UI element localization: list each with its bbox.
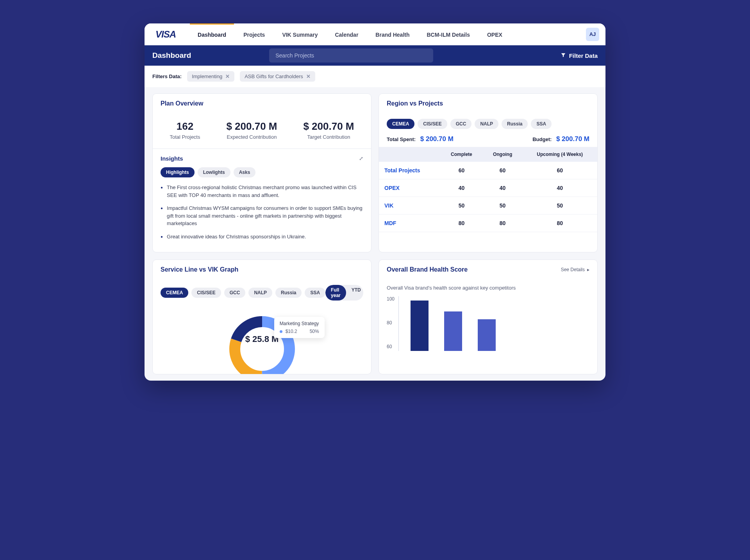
- subheader: Dashboard Search Projects Filter Data: [145, 45, 605, 66]
- stat-label: Target Contribution: [303, 134, 354, 140]
- region-tab-ssa[interactable]: SSA: [531, 119, 552, 129]
- expand-icon[interactable]: ⤢: [359, 156, 363, 161]
- col-blank: [379, 147, 440, 162]
- service-tab-ssa[interactable]: SSA: [305, 288, 325, 298]
- region-card: Region vs Projects CEMEA CIS/SEE GCC NAL…: [379, 93, 598, 252]
- stat-value: $ 200.70 M: [226, 120, 277, 132]
- dot-icon: [280, 330, 282, 333]
- nav-tab-dashboard[interactable]: Dashboard: [190, 23, 234, 45]
- service-tab-cemea[interactable]: CEMEA: [161, 288, 188, 298]
- nav-tab-projects[interactable]: Projects: [236, 23, 273, 45]
- close-icon[interactable]: ✕: [306, 73, 311, 79]
- user-avatar[interactable]: AJ: [586, 28, 599, 41]
- table-row: OPEX 40 40 40: [379, 179, 597, 197]
- service-card: Service Line vs VIK Graph CEMEA CIS/SEE …: [152, 259, 371, 374]
- insight-item: Great innovative ideas for Christmas spo…: [161, 233, 363, 241]
- region-tab-nalp[interactable]: NALP: [475, 119, 498, 129]
- plan-overview-title: Plan Overview: [153, 94, 371, 113]
- stat-value: 162: [170, 120, 200, 132]
- pill-highlights[interactable]: Highlights: [161, 167, 195, 177]
- service-title: Service Line vs VIK Graph: [153, 260, 371, 279]
- nav-tab-opex[interactable]: OPEX: [479, 23, 510, 45]
- pill-lowlights[interactable]: Lowlights: [198, 167, 230, 177]
- col-complete: Complete: [440, 147, 483, 162]
- chevron-right-icon: ▸: [587, 267, 589, 272]
- plan-overview-card: Plan Overview 162 Total Projects $ 200.7…: [152, 93, 371, 252]
- search-input[interactable]: Search Projects: [269, 48, 433, 63]
- total-spent-label: Total Spent:: [387, 136, 416, 142]
- chart-tooltip: Marketing Strategy $10.2 50%: [274, 317, 325, 338]
- pill-asks[interactable]: Asks: [234, 167, 256, 177]
- bar: [478, 319, 496, 351]
- filter-chip-text: ASB Gifts for Cardholders: [245, 73, 303, 79]
- plan-stats-row: 162 Total Projects $ 200.70 M Expected C…: [153, 113, 371, 149]
- filter-data-label: Filter Data: [569, 52, 598, 59]
- brand-description: Overall Visa brand's health score agains…: [387, 285, 589, 291]
- budget-label: Budget:: [532, 136, 552, 142]
- filter-chip-asb-gifts[interactable]: ASB Gifts for Cardholders ✕: [240, 71, 315, 82]
- filter-data-button[interactable]: Filter Data: [561, 52, 598, 59]
- row-name[interactable]: VIK: [379, 197, 440, 215]
- stat-expected: $ 200.70 M Expected Contribution: [226, 120, 277, 140]
- bars-container: [398, 296, 589, 351]
- row-name[interactable]: Total Projects: [379, 162, 440, 179]
- region-tab-russia[interactable]: Russia: [502, 119, 528, 129]
- top-nav: VISA Dashboard Projects VIK Summary Cale…: [145, 23, 605, 45]
- period-toggle: Full year YTD: [325, 285, 363, 301]
- region-tab-gcc[interactable]: GCC: [450, 119, 472, 129]
- service-tab-gcc[interactable]: GCC: [224, 288, 246, 298]
- bar: [411, 301, 429, 351]
- see-details-link[interactable]: See Details ▸: [561, 267, 589, 272]
- table-row: Total Projects 60 60 60: [379, 162, 597, 179]
- brand-header: Overall Brand Health Score See Details ▸: [379, 260, 597, 279]
- col-ongoing: Ongoing: [483, 147, 523, 162]
- nav-tabs: Dashboard Projects VIK Summary Calendar …: [190, 23, 510, 45]
- filters-bar: Filters Data: Implementing ✕ ASB Gifts f…: [145, 66, 605, 87]
- stat-total-projects: 162 Total Projects: [170, 120, 200, 140]
- app-window: VISA Dashboard Projects VIK Summary Cale…: [145, 23, 605, 381]
- insights-list: The First cross-regional holistic Christ…: [161, 184, 363, 240]
- visa-logo: VISA: [151, 29, 180, 40]
- region-controls: CEMEA CIS/SEE GCC NALP Russia SSA Total …: [379, 113, 597, 147]
- budget-value: $ 200.70 M: [556, 135, 589, 143]
- content-grid: Plan Overview 162 Total Projects $ 200.7…: [145, 87, 605, 381]
- table-row: MDF 80 80 80: [379, 215, 597, 232]
- tooltip-pct: 50%: [310, 329, 319, 334]
- nav-tab-bcm-ilm[interactable]: BCM-ILM Details: [419, 23, 477, 45]
- donut-value: $ 25.8 M: [245, 334, 279, 344]
- total-spent-value: $ 200.70 M: [420, 135, 454, 143]
- service-tab-cissee[interactable]: CIS/SEE: [191, 288, 221, 298]
- insight-item: Impactful Christmas WYSM campaigns for c…: [161, 204, 363, 227]
- toggle-ytd[interactable]: YTD: [346, 285, 363, 301]
- filter-chip-text: Implementing: [192, 73, 222, 79]
- service-tab-nalp[interactable]: NALP: [248, 288, 272, 298]
- tooltip-amount: $10.2: [286, 329, 297, 334]
- donut-chart: $ 25.8 M Marketing Strategy $10.2 50%: [161, 310, 363, 369]
- bar: [444, 311, 462, 351]
- close-icon[interactable]: ✕: [225, 73, 230, 79]
- region-tab-cissee[interactable]: CIS/SEE: [418, 119, 447, 129]
- table-row: VIK 50 50 50: [379, 197, 597, 215]
- nav-tab-brand-health[interactable]: Brand Health: [368, 23, 417, 45]
- toggle-full-year[interactable]: Full year: [325, 285, 346, 301]
- filter-chip-implementing[interactable]: Implementing ✕: [187, 71, 234, 82]
- stat-value: $ 200.70 M: [303, 120, 354, 132]
- insights-section: Insights ⤢ Highlights Lowlights Asks The…: [153, 149, 371, 252]
- region-table: Complete Ongoing Upcoming (4 Weeks) Tota…: [379, 147, 597, 232]
- tooltip-title: Marketing Strategy: [280, 321, 319, 326]
- insights-tabs: Highlights Lowlights Asks: [161, 167, 363, 177]
- col-upcoming: Upcoming (4 Weeks): [522, 147, 597, 162]
- nav-tab-vik-summary[interactable]: VIK Summary: [274, 23, 325, 45]
- stat-label: Expected Contribution: [226, 134, 277, 140]
- service-tab-russia[interactable]: Russia: [275, 288, 302, 298]
- region-tab-cemea[interactable]: CEMEA: [387, 119, 414, 129]
- stat-target: $ 200.70 M Target Contribution: [303, 120, 354, 140]
- region-title: Region vs Projects: [379, 94, 597, 113]
- stat-label: Total Projects: [170, 134, 200, 140]
- row-name[interactable]: MDF: [379, 215, 440, 232]
- row-name[interactable]: OPEX: [379, 179, 440, 197]
- insights-title: Insights: [161, 155, 183, 162]
- brand-title: Overall Brand Health Score: [387, 266, 468, 273]
- nav-tab-calendar[interactable]: Calendar: [327, 23, 366, 45]
- brand-bar-chart: 100 80 60: [387, 296, 589, 351]
